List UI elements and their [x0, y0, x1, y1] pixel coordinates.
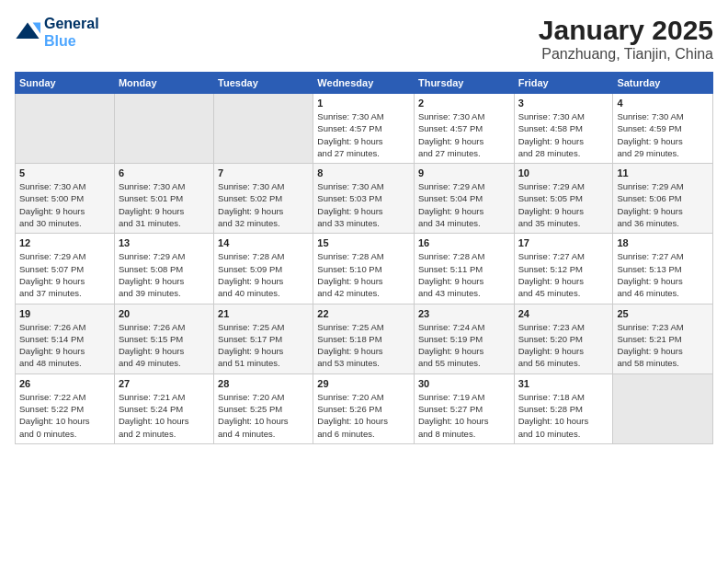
day-number: 16 [418, 237, 510, 248]
day-cell: 12Sunrise: 7:29 AM Sunset: 5:07 PM Dayli… [16, 234, 115, 304]
day-number: 14 [218, 237, 309, 248]
day-number: 11 [617, 167, 709, 178]
day-cell: 18Sunrise: 7:27 AM Sunset: 5:13 PM Dayli… [613, 234, 713, 304]
day-cell [16, 94, 115, 164]
page: General Blue January 2025 Panzhuang, Tia… [0, 0, 728, 563]
day-cell: 7Sunrise: 7:30 AM Sunset: 5:02 PM Daylig… [214, 164, 313, 234]
day-cell: 9Sunrise: 7:29 AM Sunset: 5:04 PM Daylig… [414, 164, 514, 234]
day-cell: 28Sunrise: 7:20 AM Sunset: 5:25 PM Dayli… [214, 373, 313, 443]
day-info: Sunrise: 7:30 AM Sunset: 4:57 PM Dayligh… [317, 110, 410, 159]
day-info: Sunrise: 7:25 AM Sunset: 5:17 PM Dayligh… [218, 321, 309, 370]
week-row-4: 19Sunrise: 7:26 AM Sunset: 5:14 PM Dayli… [16, 304, 713, 373]
day-info: Sunrise: 7:18 AM Sunset: 5:28 PM Dayligh… [518, 391, 609, 440]
day-cell: 17Sunrise: 7:27 AM Sunset: 5:12 PM Dayli… [514, 234, 613, 304]
day-number: 6 [119, 167, 210, 178]
day-cell: 3Sunrise: 7:30 AM Sunset: 4:58 PM Daylig… [514, 94, 613, 164]
header-friday: Friday [514, 73, 613, 94]
header-saturday: Saturday [613, 73, 713, 94]
day-cell: 11Sunrise: 7:29 AM Sunset: 5:06 PM Dayli… [613, 164, 713, 234]
day-cell: 10Sunrise: 7:29 AM Sunset: 5:05 PM Dayli… [514, 164, 613, 234]
day-info: Sunrise: 7:27 AM Sunset: 5:12 PM Dayligh… [518, 250, 609, 299]
day-number: 1 [317, 98, 410, 109]
header-thursday: Thursday [414, 73, 514, 94]
day-number: 23 [418, 308, 510, 319]
day-info: Sunrise: 7:20 AM Sunset: 5:25 PM Dayligh… [218, 391, 309, 440]
day-number: 21 [218, 308, 309, 319]
day-number: 8 [317, 167, 410, 178]
day-number: 20 [119, 308, 210, 319]
day-number: 4 [617, 98, 709, 109]
calendar-subtitle: Panzhuang, Tianjin, China [539, 46, 713, 63]
day-cell [114, 94, 213, 164]
day-cell: 30Sunrise: 7:19 AM Sunset: 5:27 PM Dayli… [414, 373, 514, 443]
header-tuesday: Tuesday [214, 73, 313, 94]
day-info: Sunrise: 7:24 AM Sunset: 5:19 PM Dayligh… [418, 321, 510, 370]
header-sunday: Sunday [16, 73, 115, 94]
day-info: Sunrise: 7:20 AM Sunset: 5:26 PM Dayligh… [317, 391, 410, 440]
day-info: Sunrise: 7:27 AM Sunset: 5:13 PM Dayligh… [617, 250, 709, 299]
day-info: Sunrise: 7:29 AM Sunset: 5:08 PM Dayligh… [119, 250, 210, 299]
day-number: 18 [617, 237, 709, 248]
header-row: Sunday Monday Tuesday Wednesday Thursday… [16, 73, 713, 94]
day-cell: 27Sunrise: 7:21 AM Sunset: 5:24 PM Dayli… [114, 373, 213, 443]
day-info: Sunrise: 7:30 AM Sunset: 4:59 PM Dayligh… [617, 110, 709, 159]
day-info: Sunrise: 7:26 AM Sunset: 5:14 PM Dayligh… [19, 321, 110, 370]
day-cell: 24Sunrise: 7:23 AM Sunset: 5:20 PM Dayli… [514, 304, 613, 373]
day-info: Sunrise: 7:30 AM Sunset: 5:01 PM Dayligh… [119, 180, 210, 229]
day-number: 7 [218, 167, 309, 178]
day-number: 10 [518, 167, 609, 178]
header-wednesday: Wednesday [313, 73, 415, 94]
day-number: 31 [518, 378, 609, 389]
day-info: Sunrise: 7:30 AM Sunset: 5:03 PM Dayligh… [317, 180, 410, 229]
calendar-table: Sunday Monday Tuesday Wednesday Thursday… [15, 72, 713, 444]
day-number: 12 [19, 237, 110, 248]
day-cell [613, 373, 713, 443]
day-info: Sunrise: 7:23 AM Sunset: 5:21 PM Dayligh… [617, 321, 709, 370]
day-number: 28 [218, 378, 309, 389]
day-cell: 23Sunrise: 7:24 AM Sunset: 5:19 PM Dayli… [414, 304, 514, 373]
day-info: Sunrise: 7:28 AM Sunset: 5:11 PM Dayligh… [418, 250, 510, 299]
day-cell: 26Sunrise: 7:22 AM Sunset: 5:22 PM Dayli… [16, 373, 115, 443]
day-cell: 4Sunrise: 7:30 AM Sunset: 4:59 PM Daylig… [613, 94, 713, 164]
day-info: Sunrise: 7:28 AM Sunset: 5:09 PM Dayligh… [218, 250, 309, 299]
header-monday: Monday [114, 73, 213, 94]
week-row-1: 1Sunrise: 7:30 AM Sunset: 4:57 PM Daylig… [16, 94, 713, 164]
day-number: 27 [119, 378, 210, 389]
day-info: Sunrise: 7:19 AM Sunset: 5:27 PM Dayligh… [418, 391, 510, 440]
day-info: Sunrise: 7:25 AM Sunset: 5:18 PM Dayligh… [317, 321, 410, 370]
day-number: 9 [418, 167, 510, 178]
day-info: Sunrise: 7:29 AM Sunset: 5:05 PM Dayligh… [518, 180, 609, 229]
day-cell: 21Sunrise: 7:25 AM Sunset: 5:17 PM Dayli… [214, 304, 313, 373]
day-cell: 16Sunrise: 7:28 AM Sunset: 5:11 PM Dayli… [414, 234, 514, 304]
day-cell: 29Sunrise: 7:20 AM Sunset: 5:26 PM Dayli… [313, 373, 415, 443]
day-info: Sunrise: 7:30 AM Sunset: 4:57 PM Dayligh… [418, 110, 510, 159]
day-cell: 31Sunrise: 7:18 AM Sunset: 5:28 PM Dayli… [514, 373, 613, 443]
day-info: Sunrise: 7:29 AM Sunset: 5:04 PM Dayligh… [418, 180, 510, 229]
day-cell: 15Sunrise: 7:28 AM Sunset: 5:10 PM Dayli… [313, 234, 415, 304]
day-info: Sunrise: 7:30 AM Sunset: 4:58 PM Dayligh… [518, 110, 609, 159]
week-row-3: 12Sunrise: 7:29 AM Sunset: 5:07 PM Dayli… [16, 234, 713, 304]
day-number: 5 [19, 167, 110, 178]
header: General Blue January 2025 Panzhuang, Tia… [15, 15, 713, 63]
logo-icon [15, 19, 40, 45]
day-number: 19 [19, 308, 110, 319]
day-info: Sunrise: 7:26 AM Sunset: 5:15 PM Dayligh… [119, 321, 210, 370]
day-cell: 8Sunrise: 7:30 AM Sunset: 5:03 PM Daylig… [313, 164, 415, 234]
day-number: 22 [317, 308, 410, 319]
title-block: January 2025 Panzhuang, Tianjin, China [539, 15, 713, 63]
day-cell: 19Sunrise: 7:26 AM Sunset: 5:14 PM Dayli… [16, 304, 115, 373]
day-cell: 22Sunrise: 7:25 AM Sunset: 5:18 PM Dayli… [313, 304, 415, 373]
day-cell: 13Sunrise: 7:29 AM Sunset: 5:08 PM Dayli… [114, 234, 213, 304]
day-cell [214, 94, 313, 164]
day-number: 17 [518, 237, 609, 248]
day-cell: 5Sunrise: 7:30 AM Sunset: 5:00 PM Daylig… [16, 164, 115, 234]
day-cell: 6Sunrise: 7:30 AM Sunset: 5:01 PM Daylig… [114, 164, 213, 234]
day-number: 26 [19, 378, 110, 389]
day-info: Sunrise: 7:23 AM Sunset: 5:20 PM Dayligh… [518, 321, 609, 370]
day-cell: 1Sunrise: 7:30 AM Sunset: 4:57 PM Daylig… [313, 94, 415, 164]
day-number: 15 [317, 237, 410, 248]
week-row-2: 5Sunrise: 7:30 AM Sunset: 5:00 PM Daylig… [16, 164, 713, 234]
day-info: Sunrise: 7:28 AM Sunset: 5:10 PM Dayligh… [317, 250, 410, 299]
day-number: 13 [119, 237, 210, 248]
day-info: Sunrise: 7:30 AM Sunset: 5:02 PM Dayligh… [218, 180, 309, 229]
